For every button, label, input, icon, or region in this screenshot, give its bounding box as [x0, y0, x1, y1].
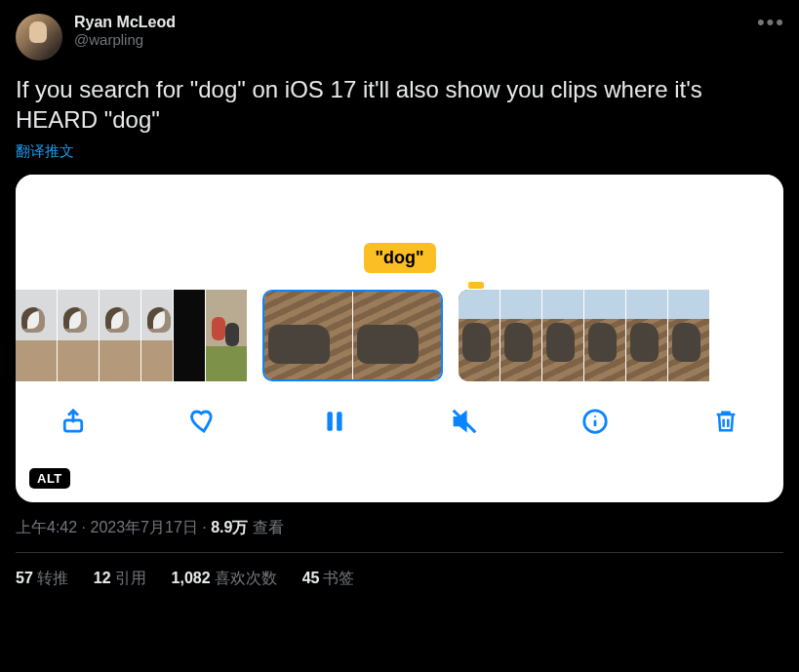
divider [16, 552, 783, 553]
clip-thumbnail [58, 290, 99, 381]
tweet-time[interactable]: 上午4:42 [16, 519, 77, 535]
quotes-count: 12 [94, 570, 111, 586]
clip-thumbnail [174, 290, 205, 381]
user-block: Ryan McLeod @warpling [74, 14, 176, 48]
bookmarks-count: 45 [302, 570, 320, 586]
retweets-stat[interactable]: 57转推 [16, 569, 68, 589]
display-name[interactable]: Ryan McLeod [74, 14, 176, 31]
clip-thumbnail [626, 290, 667, 381]
quotes-stat[interactable]: 12引用 [94, 569, 146, 589]
stats-row: 57转推 12引用 1,082喜欢次数 45书签 [16, 569, 783, 589]
alt-badge[interactable]: ALT [29, 468, 70, 489]
views-label: 查看 [253, 519, 284, 535]
clip-thumbnail [100, 290, 140, 381]
clip-group-3[interactable] [459, 290, 709, 381]
retweets-count: 57 [16, 570, 33, 586]
heart-icon[interactable] [185, 403, 222, 440]
info-icon[interactable] [577, 403, 614, 440]
avatar[interactable] [16, 14, 62, 60]
clip-thumbnail [16, 290, 57, 381]
clip-thumbnail [584, 290, 625, 381]
pause-icon[interactable] [316, 403, 353, 440]
search-term-marker [468, 282, 484, 289]
quotes-label: 引用 [115, 570, 146, 586]
svg-rect-1 [327, 413, 332, 432]
media-top-area: "dog" [16, 175, 783, 290]
clip-group-1[interactable] [16, 290, 247, 381]
likes-stat[interactable]: 1,082喜欢次数 [172, 569, 277, 589]
clip-thumbnail [206, 290, 247, 381]
search-term-label: "dog" [363, 243, 435, 273]
tweet-date[interactable]: 2023年7月17日 [90, 519, 197, 535]
tweet-header: Ryan McLeod @warpling [16, 14, 783, 60]
share-icon[interactable] [55, 403, 92, 440]
trash-icon[interactable] [707, 403, 744, 440]
video-timeline[interactable] [16, 290, 783, 381]
svg-point-6 [594, 415, 596, 417]
svg-rect-2 [337, 413, 341, 432]
attached-media[interactable]: "dog" [16, 175, 783, 502]
media-controls [16, 381, 783, 440]
mute-icon[interactable] [446, 403, 483, 440]
bookmarks-stat[interactable]: 45书签 [302, 569, 355, 589]
clip-group-selected[interactable] [262, 290, 443, 381]
more-options-button[interactable]: ••• [757, 10, 785, 35]
retweets-label: 转推 [37, 570, 68, 586]
bookmarks-label: 书签 [323, 570, 354, 586]
clip-thumbnail [459, 290, 499, 381]
translate-link[interactable]: 翻译推文 [16, 142, 74, 161]
views-count: 8.9万 [211, 519, 248, 535]
clip-thumbnail [264, 292, 352, 379]
clip-thumbnail [353, 292, 441, 379]
tweet-text: If you search for "dog" on iOS 17 it'll … [16, 74, 783, 135]
clip-thumbnail [668, 290, 709, 381]
clip-thumbnail [141, 290, 173, 381]
likes-label: 喜欢次数 [215, 570, 277, 586]
clip-thumbnail [542, 290, 583, 381]
clip-thumbnail [500, 290, 541, 381]
user-handle[interactable]: @warpling [74, 31, 176, 48]
likes-count: 1,082 [172, 570, 211, 586]
tweet-meta: 上午4:42 · 2023年7月17日 · 8.9万 查看 [16, 518, 783, 538]
